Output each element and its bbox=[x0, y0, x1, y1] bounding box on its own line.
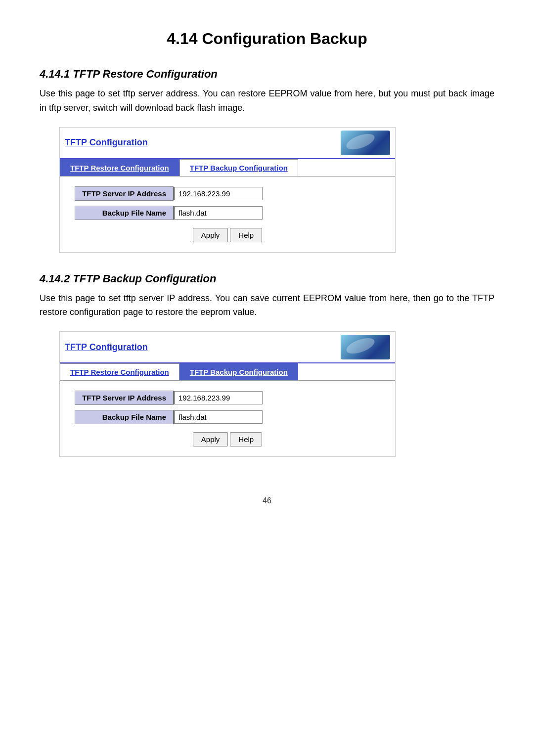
section-2-title: 4.14.2 TFTP Backup Configuration bbox=[40, 272, 494, 285]
tab-restore-2[interactable]: TFTP Restore Configuration bbox=[60, 363, 179, 380]
tftp-panel-1-tabs: TFTP Restore Configuration TFTP Backup C… bbox=[60, 159, 395, 177]
label-file-1: Backup File Name bbox=[75, 206, 174, 220]
label-ip-2: TFTP Server IP Address bbox=[75, 391, 174, 405]
apply-button-2[interactable]: Apply bbox=[193, 432, 228, 446]
tftp-panel-2-header-label: TFTP Configuration bbox=[65, 342, 148, 353]
input-ip-2[interactable] bbox=[174, 391, 263, 404]
section-1-title: 4.14.1 TFTP Restore Configuration bbox=[40, 68, 494, 81]
label-file-2: Backup File Name bbox=[75, 410, 174, 424]
input-ip-1[interactable] bbox=[174, 187, 263, 200]
page-title: 4.14 Configuration Backup bbox=[40, 30, 494, 48]
input-file-1[interactable] bbox=[174, 206, 263, 220]
tftp-panel-1-buttons: Apply Help bbox=[75, 228, 380, 242]
input-file-2[interactable] bbox=[174, 410, 263, 424]
tftp-panel-1-header: TFTP Configuration bbox=[60, 128, 395, 159]
tab-restore-1[interactable]: TFTP Restore Configuration bbox=[60, 159, 179, 176]
tftp-panel-2-buttons: Apply Help bbox=[75, 432, 380, 446]
tab-backup-1[interactable]: TFTP Backup Configuration bbox=[179, 159, 298, 176]
tftp-header-image-2 bbox=[341, 335, 390, 359]
form-row-file-1: Backup File Name bbox=[75, 206, 380, 220]
page-number: 46 bbox=[40, 496, 494, 505]
section-1-description: Use this page to set tftp server address… bbox=[40, 87, 494, 115]
form-row-ip-1: TFTP Server IP Address bbox=[75, 186, 380, 201]
tftp-panel-1-header-label: TFTP Configuration bbox=[65, 137, 148, 148]
tftp-panel-2: TFTP Configuration TFTP Restore Configur… bbox=[59, 331, 396, 457]
section-2-description: Use this page to set tftp server IP addr… bbox=[40, 291, 494, 320]
help-button-2[interactable]: Help bbox=[230, 432, 262, 446]
tftp-panel-1-body: TFTP Server IP Address Backup File Name … bbox=[60, 177, 395, 252]
apply-button-1[interactable]: Apply bbox=[193, 228, 228, 242]
form-row-ip-2: TFTP Server IP Address bbox=[75, 391, 380, 405]
tftp-header-image-1 bbox=[341, 131, 390, 155]
tab-backup-2[interactable]: TFTP Backup Configuration bbox=[179, 363, 298, 380]
help-button-1[interactable]: Help bbox=[230, 228, 262, 242]
tftp-panel-2-tabs: TFTP Restore Configuration TFTP Backup C… bbox=[60, 363, 395, 381]
tftp-panel-1: TFTP Configuration TFTP Restore Configur… bbox=[59, 127, 396, 253]
tftp-panel-2-header: TFTP Configuration bbox=[60, 332, 395, 363]
section-1: 4.14.1 TFTP Restore Configuration Use th… bbox=[40, 68, 494, 253]
tftp-panel-2-body: TFTP Server IP Address Backup File Name … bbox=[60, 381, 395, 456]
form-row-file-2: Backup File Name bbox=[75, 410, 380, 424]
label-ip-1: TFTP Server IP Address bbox=[75, 186, 174, 201]
section-2: 4.14.2 TFTP Backup Configuration Use thi… bbox=[40, 272, 494, 457]
